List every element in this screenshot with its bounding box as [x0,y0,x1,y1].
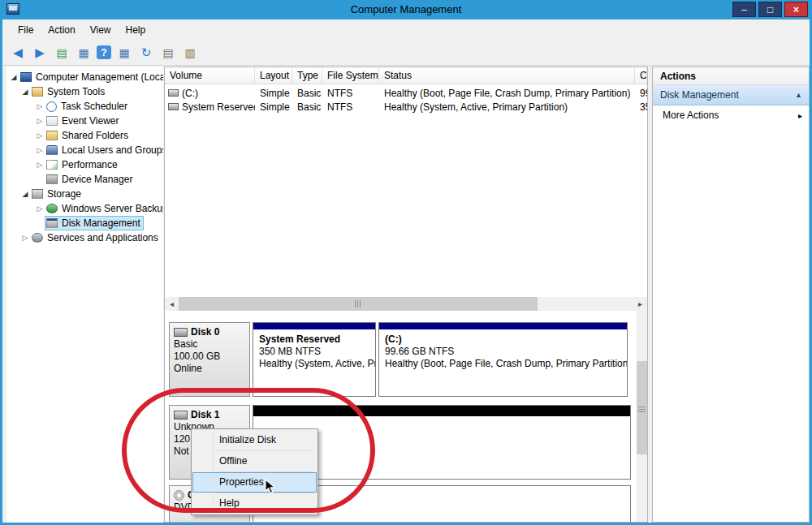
menu-view[interactable]: View [83,21,119,39]
show-action-pane-icon[interactable]: ▦ [115,45,133,61]
expander-icon[interactable] [34,102,45,110]
menu-file[interactable]: File [11,21,41,39]
column-status[interactable]: Status [379,67,635,84]
refresh-icon[interactable]: ↻ [137,45,155,61]
tree-item-system-tools[interactable]: System Tools [6,84,163,99]
tree-item-local-users-groups[interactable]: Local Users and Groups [6,143,163,157]
titlebar[interactable]: Computer Management – □ × [0,0,812,19]
actions-pane: Actions Disk Management ▲ More Actions ▸ [652,67,810,523]
tree-item-device-manager[interactable]: Device Manager [6,172,163,187]
tree-label: Device Manager [62,174,132,185]
vertical-scrollbar[interactable] [637,311,647,522]
column-volume[interactable]: Volume [165,67,255,84]
menubar: File Action View Help [2,19,810,40]
column-layout[interactable]: Layout [255,67,292,84]
horizontal-scrollbar-thumb[interactable] [179,297,538,311]
menu-item-offline[interactable]: Offline [193,452,316,471]
help-icon[interactable]: ? [97,45,111,59]
window-content: File Action View Help ◀ ▶ ▤ ▦ ? ▦ ↻ ▤ ▥ … [2,19,810,523]
more-actions-label: More Actions [663,110,719,121]
close-button[interactable]: × [784,2,808,17]
forward-icon[interactable]: ▶ [31,45,49,61]
tree-label: Performance [62,159,118,170]
tree-label: Shared Folders [62,130,128,141]
system-tools-icon [32,87,43,97]
column-capacity[interactable]: Capacity [635,67,647,84]
expander-icon[interactable] [19,88,31,96]
tree-label: Disk Management [62,217,140,229]
event-viewer-icon [46,116,58,126]
volume-name: System Reserved [182,101,255,113]
tree-item-task-scheduler[interactable]: Task Scheduler [6,99,163,114]
tree-item-performance[interactable]: Performance [6,157,163,172]
volume-status: Healthy (Boot, Page File, Crash Dump, Pr… [379,88,635,99]
export-list-icon[interactable]: ▤ [53,45,71,61]
column-file-system[interactable]: File System [322,67,379,84]
tree-item-event-viewer[interactable]: Event Viewer [6,114,163,128]
rescan-disks-icon[interactable]: ▥ [181,45,199,61]
menu-help[interactable]: Help [119,21,153,39]
partition-status: Healthy (Boot, Page File, Crash Dump, Pr… [385,358,621,370]
tree-item-disk-management[interactable]: Disk Management [6,216,163,230]
partition-name: (C:) [385,334,621,346]
disk0-row: Disk 0 Basic 100.00 GB Online System Res… [165,322,637,397]
tree-item-services-applications[interactable]: Services and Applications [6,230,163,245]
column-type[interactable]: Type [292,67,322,84]
partition-size: 99.66 GB NTFS [385,346,621,358]
partition-status: Healthy (System, Active, Primary Partiti… [259,358,369,370]
expander-icon[interactable] [19,190,31,198]
up-level-icon[interactable]: ▤ [159,45,177,61]
volume-row-c[interactable]: (C:) Simple Basic NTFS Healthy (Boot, Pa… [165,86,647,100]
partition-c[interactable]: (C:) 99.66 GB NTFS Healthy (Boot, Page F… [378,322,628,397]
expander-icon[interactable] [19,234,31,242]
partition-system-reserved[interactable]: System Reserved 350 MB NTFS Healthy (Sys… [253,322,376,397]
menu-item-help[interactable]: Help [193,494,316,513]
tree-label: Local Users and Groups [62,144,163,156]
console-tree: Computer Management (Local) System Tools… [6,67,163,523]
scroll-left-icon[interactable]: ◂ [165,297,179,311]
show-console-tree-icon[interactable]: ▦ [75,45,93,61]
primary-partition-stripe [253,323,375,329]
scroll-right-icon[interactable]: ▸ [633,297,647,311]
submenu-arrow-icon: ▸ [798,111,802,120]
volume-row-system-reserved[interactable]: System Reserved Simple Basic NTFS Health… [165,100,647,114]
tree-item-storage[interactable]: Storage [6,187,163,201]
menu-separator [217,471,313,472]
tree-label: Computer Management (Local) [36,71,163,83]
expander-icon[interactable] [34,146,45,154]
partition-name: System Reserved [259,334,369,346]
expander-icon[interactable] [8,73,19,81]
menu-item-initialize-disk[interactable]: Initialize Disk [193,431,316,450]
maximize-button[interactable]: □ [758,2,782,17]
collapse-chevron-icon[interactable]: ▲ [795,91,802,99]
expander-icon[interactable] [34,204,45,213]
computer-icon [20,72,32,82]
horizontal-scrollbar[interactable]: ◂ ▸ [165,297,647,311]
vertical-scrollbar-thumb[interactable] [637,361,647,454]
expander-icon[interactable] [34,131,45,140]
expander-icon[interactable] [34,161,45,169]
minimize-button[interactable]: – [732,2,756,17]
tree-item-computer-management[interactable]: Computer Management (Local) [6,70,163,84]
expander-icon[interactable] [34,117,45,125]
more-actions-item[interactable]: More Actions ▸ [653,105,809,125]
tree-label: System Tools [47,86,105,97]
disk-status: Online [174,363,245,375]
disk0-header[interactable]: Disk 0 Basic 100.00 GB Online [169,322,250,397]
tree-item-shared-folders[interactable]: Shared Folders [6,128,163,143]
volume-layout: Simple [255,101,292,113]
volume-type: Basic [292,88,322,99]
menu-separator [217,493,313,493]
volume-icon [168,89,179,97]
actions-disk-management-section[interactable]: Disk Management ▲ [653,85,809,105]
volume-fs: NTFS [322,101,379,113]
actions-header: Actions [653,67,809,85]
volume-name: (C:) [182,88,198,99]
tree-item-windows-server-backup[interactable]: Windows Server Backup [6,201,163,216]
disk-icon [174,411,188,420]
users-icon [46,145,58,155]
menu-action[interactable]: Action [41,21,82,39]
back-icon[interactable]: ◀ [9,45,27,61]
disk-type: Basic [174,338,245,351]
menu-item-properties[interactable]: Properties [193,473,316,492]
